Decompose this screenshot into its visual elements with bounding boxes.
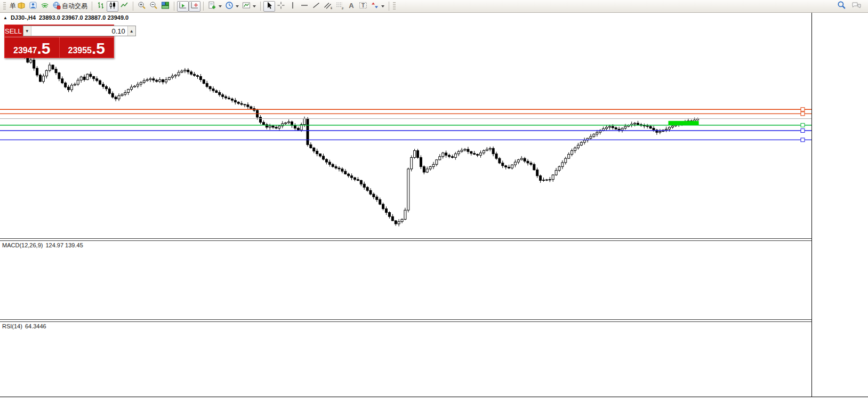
symbol-timeframe-label: DJ30-,H4 [11,14,36,21]
search-icon[interactable] [837,1,846,12]
crosshair-tool-button[interactable] [275,1,287,12]
line-handle [801,129,805,133]
profile-button[interactable] [27,1,39,12]
rsi-panel[interactable]: RSI(14) 64.3446 [0,322,811,397]
toolbar-grip[interactable] [3,2,6,11]
tile-windows-icon [161,1,170,12]
auto-scroll-button[interactable] [177,1,189,12]
volume-increase-button[interactable]: ▲ [127,26,135,36]
zoom-out-button[interactable] [148,1,159,12]
horizontal-line-icon [300,1,309,12]
buy-price-fraction: .5 [92,41,105,57]
svg-text:F: F [342,6,344,10]
zoom-in-button[interactable] [136,1,148,12]
mt4-window: 单 自动交易 [0,0,868,411]
timeframe-clock-button[interactable] [223,1,240,12]
chart-line-icon [120,1,128,12]
autotrade-button[interactable]: 自动交易 [51,1,89,12]
candlestick-chart[interactable] [0,13,811,238]
crosshair-icon [277,1,285,12]
support-highlight-bar [669,121,699,125]
sell-button[interactable]: SELL [5,25,22,37]
text-tool-icon: A [347,1,356,12]
sell-price-main: 23947 [13,45,37,57]
template-dropdown-caret[interactable] [253,5,256,7]
svg-text:A: A [349,1,354,9]
sell-price-fraction: .5 [37,41,50,57]
chart-line-button[interactable] [118,1,130,12]
fibonacci-icon: F [335,1,344,12]
chart-candles-button[interactable] [107,1,118,12]
volume-stepper: ▼ ▲ [23,26,136,36]
buy-button[interactable]: BUY [137,25,151,37]
macd-indicator-values: 124.97 139.45 [45,242,83,248]
chart-shift-button[interactable] [189,1,200,12]
line-handle [801,112,805,116]
macd-panel[interactable]: MACD(12,26,9) 124.97 139.45 [0,241,811,319]
cursor-icon [265,1,274,12]
macd-chart[interactable] [0,241,811,319]
vertical-line-icon [288,1,297,12]
horizontal-line-tool-button[interactable] [299,1,310,12]
signal-icon [41,1,49,12]
rsi-chart[interactable] [0,322,811,397]
line-handle [801,108,805,111]
new-order-button[interactable]: 单 [8,1,27,12]
chart-candles-icon [108,1,117,12]
clock-icon [225,1,234,12]
autotrade-globe-icon [52,1,61,12]
new-order-label: 单 [10,2,16,11]
order-book-icon [17,1,26,12]
rsi-indicator-label: RSI(14) [2,323,22,329]
template-icon [242,1,251,12]
volume-input[interactable] [31,26,127,36]
template-button[interactable] [240,1,258,12]
chart-bars-button[interactable] [95,1,107,12]
tile-windows-button[interactable] [159,1,171,12]
text-label-tool-button[interactable]: T [357,1,369,12]
text-label-icon: T [359,1,367,12]
indicators-button[interactable] [206,1,223,12]
profile-icon [29,1,37,12]
autotrade-label: 自动交易 [62,2,87,11]
periods-dropdown-caret[interactable] [236,5,239,7]
text-tool-button[interactable]: A [345,1,357,12]
channel-icon: E [324,1,332,12]
volume-decrease-button[interactable]: ▼ [23,26,31,36]
arrows-tool-button[interactable] [369,1,386,12]
main-chart-panel[interactable]: ▲ DJ30-,H4 23893.0 23967.0 23887.0 23949… [0,13,811,238]
toolbar: 单 自动交易 [0,0,868,13]
arrows-dropdown-caret[interactable] [381,5,384,7]
indicators-dropdown-caret[interactable] [219,5,222,7]
zoom-in-icon [138,1,146,12]
svg-text:E: E [331,6,332,10]
svg-text:T: T [361,2,365,8]
line-handle [801,138,805,142]
timeframes-grip[interactable] [393,2,396,11]
trendline-tool-button[interactable] [310,1,322,12]
buy-price[interactable]: 23955.5 [60,37,114,58]
line-handle [801,123,805,127]
chart-bars-icon [97,1,105,12]
one-click-trading-panel: SELL ▼ ▲ BUY 23947.5 23955.5 [4,25,114,58]
indicators-icon [208,1,216,12]
chart-shift-icon [190,1,199,12]
cursor-tool-button[interactable] [263,1,275,12]
equidistant-channel-tool-button[interactable]: E [322,1,334,12]
buy-price-main: 23955 [68,45,92,57]
auto-scroll-icon [179,1,187,12]
ohlc-values: 23893.0 23967.0 23887.0 23949.0 [39,14,128,21]
rsi-indicator-value: 64.3446 [25,323,46,329]
time-axis[interactable] [0,397,868,411]
chat-icon[interactable] [851,1,862,12]
fibonacci-tool-button[interactable]: F [334,1,345,12]
trendline-icon [312,1,320,12]
arrows-icon [371,1,379,12]
vertical-line-tool-button[interactable] [287,1,299,12]
collapse-arrow-icon[interactable]: ▲ [3,15,7,20]
price-axis[interactable] [811,13,868,397]
macd-indicator-label: MACD(12,26,9) [2,242,43,248]
sell-price[interactable]: 23947.5 [5,37,60,58]
chart-ohlc-info[interactable]: ▲ DJ30-,H4 23893.0 23967.0 23887.0 23949… [3,14,128,21]
signals-button[interactable] [39,1,51,12]
